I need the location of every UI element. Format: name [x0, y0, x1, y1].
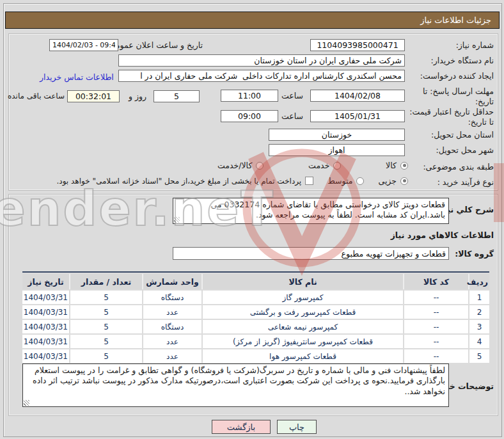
cell-code: --	[403, 320, 468, 333]
page-title: جزئیات اطلاعات نیاز	[420, 15, 491, 25]
subject-category-options: کالا خدمت کالا/خدمت	[217, 161, 408, 170]
treasury-checkbox-icon[interactable]	[305, 177, 313, 185]
buyer-notes-text: لطفاً پیشنهادات فنی و مالی با شماره و تا…	[33, 365, 445, 396]
description-textarea[interactable]: قطعات دویتز کالای درخواستی مطابق با تقاض…	[173, 198, 449, 224]
need-number-label: شماره نیاز:	[456, 40, 494, 51]
process-option-minor[interactable]: جزیی	[378, 176, 408, 186]
request-creator-label: ایجاد کننده درخواست:	[420, 71, 494, 81]
cell-qty: 5	[69, 335, 142, 348]
table-row: 2 -- قطعات کمپرسور رفت و برگشتی عدد 5 14…	[22, 305, 489, 319]
cell-index: 1	[468, 291, 489, 304]
col-header-date: تاریخ نیاز	[22, 274, 69, 289]
radio-goods-service-label: کالا/خدمت	[217, 161, 252, 170]
cell-qty: 5	[69, 305, 142, 319]
category-option-service[interactable]: خدمت	[308, 161, 341, 170]
table-row: 1 -- کمپرسور گاز دستگاه 5 1404/03/31	[22, 291, 489, 304]
table-row: 3 -- کمپرسور نیمه شعاعی دستگاه 5 1404/03…	[22, 320, 489, 333]
radio-minor-icon[interactable]	[400, 177, 408, 185]
cell-name: کمپرسور نیمه شعاعی	[201, 320, 403, 333]
purchase-process-options: جزیی متوسط پرداخت تمام یا بخشی از مبلغ خ…	[35, 176, 408, 186]
cell-name: قطعات کمپرسور رفت و برگشتی	[201, 305, 403, 319]
col-header-name: نام کالا	[201, 274, 403, 289]
cell-date: 1404/03/31	[22, 320, 69, 333]
need-number-input[interactable]	[310, 39, 405, 51]
cell-index: 4	[468, 335, 489, 348]
cell-code: --	[403, 349, 468, 363]
days-remaining-input[interactable]	[154, 90, 200, 102]
cell-unit: دستگاه	[142, 320, 201, 333]
radio-goods-service-icon[interactable]	[256, 162, 264, 170]
cell-code: --	[403, 335, 468, 348]
back-button[interactable]: بازگشت	[212, 420, 271, 434]
goods-group-input[interactable]	[173, 247, 449, 260]
cell-date: 1404/03/31	[22, 335, 69, 348]
goods-table: ردیف کد کالا نام کالا واحد شمارش تعداد /…	[22, 271, 489, 364]
cell-date: 1404/03/31	[22, 291, 69, 304]
subject-category-label: طبقه بندی موضوعی:	[423, 162, 494, 172]
cell-index: 2	[468, 305, 489, 319]
cell-index: 5	[468, 349, 489, 363]
buyer-contact-link[interactable]: اطلاعات تماس خریدار	[40, 72, 114, 82]
process-option-medium[interactable]: متوسط	[327, 176, 364, 186]
resize-handle-icon[interactable]	[24, 400, 29, 406]
price-validity-label: حداقل تاریخ اعتبار قیمت: تا تاریخ:	[403, 107, 494, 127]
radio-goods-label: کالا	[386, 161, 397, 170]
cell-name: قطعات کمپرسور هوا	[201, 349, 403, 363]
cell-qty: 5	[69, 291, 142, 304]
col-header-code: کد کالا	[403, 274, 468, 289]
reply-deadline-label: مهلت ارسال پاسخ: تا تاریخ:	[422, 86, 494, 106]
delivery-province-input[interactable]	[269, 129, 405, 141]
cell-unit: دستگاه	[142, 291, 201, 304]
goods-section-title: اطلاعات کالاهاي مورد نیاز	[391, 230, 494, 241]
reply-hour-label: ساعت	[281, 91, 303, 101]
buyer-name-input[interactable]	[118, 54, 405, 67]
radio-medium-icon[interactable]	[356, 177, 364, 185]
request-creator-input[interactable]	[118, 70, 405, 82]
cell-name: قطعات کمپرسور سانتریفیوژ (گریز از مرکز)	[201, 335, 403, 348]
reply-deadline-hour-input[interactable]	[221, 90, 278, 102]
category-option-goods[interactable]: کالا	[386, 161, 408, 170]
page-title-bar: جزئیات اطلاعات نیاز	[5, 12, 500, 29]
category-option-goods-service[interactable]: کالا/خدمت	[217, 161, 264, 170]
price-validity-hour-input[interactable]	[221, 110, 278, 122]
delivery-province-label: استان محل تحویل:	[431, 130, 494, 140]
table-row: 4 -- قطعات کمپرسور سانتریفیوژ (گریز از م…	[22, 335, 489, 348]
cell-unit: عدد	[142, 349, 201, 363]
table-header-row: ردیف کد کالا نام کالا واحد شمارش تعداد /…	[22, 274, 489, 289]
resize-handle-icon[interactable]	[174, 217, 180, 223]
buyer-notes-textarea[interactable]: لطفاً پیشنهادات فنی و مالی با شماره و تا…	[22, 363, 449, 407]
radio-service-icon[interactable]	[333, 162, 341, 170]
radio-minor-label: جزیی	[378, 176, 397, 186]
need-details-page: جزئیات اطلاعات نیاز شماره نیاز: تاریخ و …	[0, 0, 504, 439]
cell-qty: 5	[69, 320, 142, 333]
print-button[interactable]: چاپ	[277, 420, 317, 434]
radio-medium-label: متوسط	[327, 176, 352, 186]
announce-datetime-input[interactable]	[49, 39, 118, 51]
radio-goods-icon[interactable]	[400, 162, 408, 170]
days-remaining-label: روز و	[129, 92, 146, 102]
purchase-process-label: نوع فرآیند خرید :	[437, 177, 494, 188]
countdown-label: ساعت باقی مانده	[8, 92, 65, 101]
description-text: قطعات دویتز کالای درخواستی مطابق با تقاض…	[210, 200, 445, 219]
cell-date: 1404/03/31	[22, 349, 69, 363]
buyer-name-label: نام دستگاه خریدار:	[431, 56, 494, 66]
col-header-unit: واحد شمارش	[142, 274, 201, 289]
countdown-timer	[67, 90, 120, 102]
cell-code: --	[403, 291, 468, 304]
cell-qty: 5	[69, 349, 142, 363]
treasury-payment-option[interactable]: پرداخت تمام یا بخشی از مبلغ خرید،از محل …	[57, 177, 314, 186]
delivery-city-label: شهر محل تحویل:	[436, 145, 494, 156]
cell-unit: عدد	[142, 335, 201, 348]
treasury-checkbox-label: پرداخت تمام یا بخشی از مبلغ خرید،از محل …	[57, 177, 302, 186]
price-hour-label: ساعت	[281, 111, 303, 122]
col-header-index: ردیف	[468, 274, 489, 289]
radio-service-label: خدمت	[308, 161, 329, 170]
cell-index: 3	[468, 320, 489, 333]
table-row: 5 -- قطعات کمپرسور هوا عدد 5 1404/03/31	[22, 349, 489, 363]
announce-datetime-label: تاریخ و ساعت اعلان عمومی:	[106, 40, 203, 51]
delivery-city-input[interactable]	[269, 144, 405, 156]
price-validity-date-input[interactable]	[310, 110, 405, 122]
reply-deadline-date-input[interactable]	[310, 90, 405, 102]
cell-name: کمپرسور گاز	[201, 291, 403, 304]
cell-unit: عدد	[142, 305, 201, 319]
